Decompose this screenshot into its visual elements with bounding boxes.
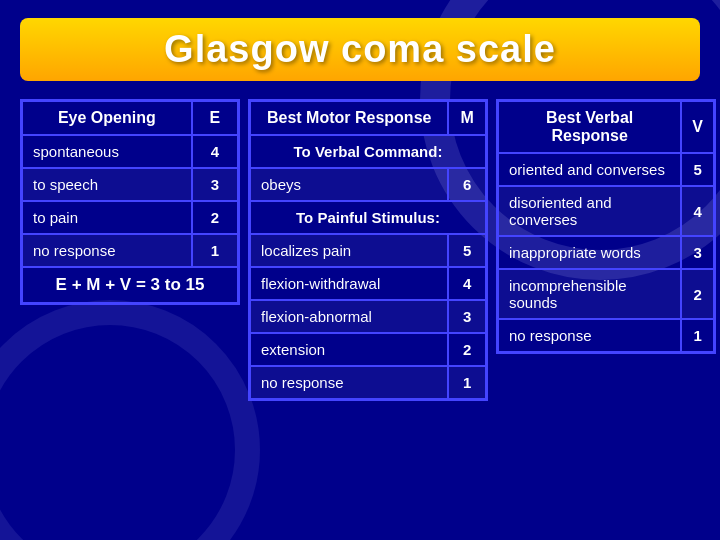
title-bar: Glasgow coma scale: [20, 18, 700, 81]
motor-row-value: 5: [448, 234, 486, 267]
main-container: Glasgow coma scale Eye Opening E spontan…: [0, 0, 720, 419]
motor-table: Best Motor Response M To Verbal Command:…: [248, 99, 488, 401]
motor-row-label: extension: [250, 333, 449, 366]
table-row: no response 1: [498, 319, 715, 353]
verbal-row-value: 2: [681, 269, 714, 319]
motor-row-value: 3: [448, 300, 486, 333]
verbal-row-label: oriented and converses: [498, 153, 682, 186]
page-title: Glasgow coma scale: [40, 28, 680, 71]
eye-opening-col-header: E: [192, 101, 239, 136]
eye-row-value: 4: [192, 135, 239, 168]
motor-row-label: obeys: [250, 168, 449, 201]
motor-group-header: To Verbal Command:: [250, 135, 487, 168]
tables-row: Eye Opening E spontaneous 4 to speech 3 …: [20, 99, 700, 401]
table-row: no response 1: [250, 366, 487, 400]
eye-row-label: to pain: [22, 201, 192, 234]
verbal-row-value: 1: [681, 319, 714, 353]
table-row: incomprehensible sounds 2: [498, 269, 715, 319]
verbal-row-label: incomprehensible sounds: [498, 269, 682, 319]
table-row: disoriented and converses 4: [498, 186, 715, 236]
verbal-row-label: no response: [498, 319, 682, 353]
motor-row-label: no response: [250, 366, 449, 400]
verbal-table: Best Verbal Response V oriented and conv…: [496, 99, 716, 354]
motor-header: Best Motor Response: [250, 101, 449, 136]
eye-row-value: 3: [192, 168, 239, 201]
verbal-row-value: 5: [681, 153, 714, 186]
eye-row-value: 2: [192, 201, 239, 234]
table-row: flexion-abnormal 3: [250, 300, 487, 333]
table-row: to pain 2: [22, 201, 239, 234]
table-row: obeys 6: [250, 168, 487, 201]
motor-row-label: localizes pain: [250, 234, 449, 267]
table-row: to speech 3: [22, 168, 239, 201]
table-row: inappropriate words 3: [498, 236, 715, 269]
table-row: localizes pain 5: [250, 234, 487, 267]
motor-row-value: 4: [448, 267, 486, 300]
verbal-row-value: 4: [681, 186, 714, 236]
eye-row-label: spontaneous: [22, 135, 192, 168]
eye-opening-header: Eye Opening: [22, 101, 192, 136]
table-row: extension 2: [250, 333, 487, 366]
eye-row-label: no response: [22, 234, 192, 267]
verbal-row-label: inappropriate words: [498, 236, 682, 269]
motor-col-header: M: [448, 101, 486, 136]
motor-row-value: 1: [448, 366, 486, 400]
table-row: no response 1: [22, 234, 239, 267]
eye-row-label: to speech: [22, 168, 192, 201]
verbal-row-value: 3: [681, 236, 714, 269]
motor-row-label: flexion-withdrawal: [250, 267, 449, 300]
motor-row-value: 6: [448, 168, 486, 201]
motor-group-header: To Painful Stimulus:: [250, 201, 487, 234]
table-row: oriented and converses 5: [498, 153, 715, 186]
verbal-row-label: disoriented and converses: [498, 186, 682, 236]
eye-opening-table: Eye Opening E spontaneous 4 to speech 3 …: [20, 99, 240, 305]
verbal-header: Best Verbal Response: [498, 101, 682, 154]
motor-group-label: To Verbal Command:: [250, 135, 487, 168]
table-row: flexion-withdrawal 4: [250, 267, 487, 300]
motor-group-label: To Painful Stimulus:: [250, 201, 487, 234]
eye-row-value: 1: [192, 234, 239, 267]
motor-row-value: 2: [448, 333, 486, 366]
formula-cell: E + M + V = 3 to 15: [22, 267, 239, 304]
motor-row-label: flexion-abnormal: [250, 300, 449, 333]
formula-row: E + M + V = 3 to 15: [22, 267, 239, 304]
verbal-col-header: V: [681, 101, 714, 154]
table-row: spontaneous 4: [22, 135, 239, 168]
